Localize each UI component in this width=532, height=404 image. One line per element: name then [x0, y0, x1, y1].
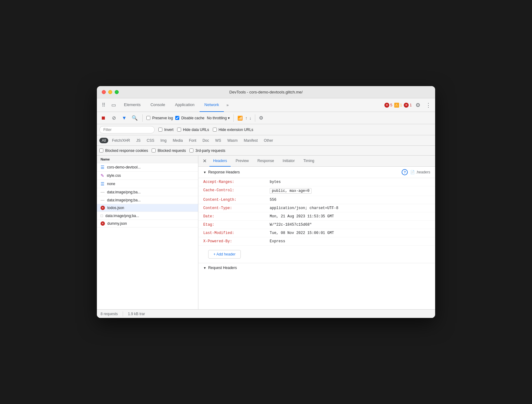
header-row-content-length: Content-Length: 556 — [198, 196, 435, 204]
blocked-requests-checkbox[interactable] — [152, 149, 156, 152]
header-name-last-modified: Last-Modified: — [203, 231, 265, 235]
file-name-3: none — [107, 182, 115, 186]
invert-label[interactable]: Invert — [158, 128, 173, 132]
file-item-4[interactable]: — data:image/png;ba... — [97, 188, 198, 196]
header-value-cache-control: public, max-age=0 — [270, 188, 312, 194]
section-actions: ? 📄 .headers — [402, 169, 430, 175]
settings-icon[interactable]: ⚙ — [414, 101, 422, 109]
blocked-cookies-text: Blocked response cookies — [105, 149, 148, 153]
help-icon[interactable]: ? — [402, 169, 408, 175]
headers-link-text: .headers — [416, 170, 430, 174]
file-item-1[interactable]: ☰ cors-demo-devtool... — [97, 163, 198, 172]
top-toolbar: ⠿ ▭ Elements Console Application Network… — [97, 98, 435, 112]
header-value-content-type: application/json; charset=UTF-8 — [270, 206, 430, 210]
rtab-img[interactable]: Img — [158, 138, 169, 143]
filter-input[interactable] — [99, 126, 155, 133]
rtab-all[interactable]: All — [99, 138, 108, 143]
status-divider — [123, 311, 123, 316]
stop-recording-icon[interactable]: ⏹ — [99, 114, 107, 122]
rtab-doc[interactable]: Doc — [200, 138, 211, 143]
minimize-button[interactable] — [108, 90, 112, 94]
add-header-button[interactable]: + Add header — [208, 250, 241, 259]
add-header-container: + Add header — [198, 246, 435, 263]
rtab-manifest[interactable]: Manifest — [241, 138, 260, 143]
hide-data-urls-checkbox[interactable] — [177, 128, 181, 132]
file-item-6[interactable]: ✕ todos.json — [97, 204, 198, 212]
blocked-requests-text: Blocked requests — [157, 149, 186, 153]
blocked-cookies-label[interactable]: Blocked response cookies — [99, 149, 148, 153]
clear-icon[interactable]: ⊘ — [110, 114, 118, 122]
dtab-initiator[interactable]: Initiator — [279, 156, 298, 167]
tab-elements[interactable]: Elements — [119, 98, 145, 112]
more-options-icon[interactable]: ⋮ — [424, 101, 433, 109]
dtab-preview[interactable]: Preview — [232, 156, 252, 167]
rtab-wasm[interactable]: Wasm — [225, 138, 240, 143]
file-item-5[interactable]: — data:image/png;ba... — [97, 196, 198, 204]
third-party-label[interactable]: 3rd-party requests — [189, 149, 225, 153]
rtab-js[interactable]: JS — [134, 138, 143, 143]
upload-icon[interactable]: ↑ — [245, 116, 247, 121]
info-icon: ✕ — [404, 103, 409, 108]
title-bar: DevTools - cors-demo-devtools.glitch.me/ — [97, 86, 435, 98]
tab-console[interactable]: Console — [145, 98, 170, 112]
tab-application[interactable]: Application — [170, 98, 200, 112]
rtab-ws[interactable]: WS — [213, 138, 224, 143]
divider-3 — [255, 114, 255, 122]
filter-icon[interactable]: ▼ — [120, 114, 128, 122]
rtab-font[interactable]: Font — [186, 138, 199, 143]
header-name-date: Date: — [203, 214, 265, 219]
tab-more[interactable]: » — [224, 103, 231, 107]
wifi-icon[interactable]: 📶 — [237, 116, 243, 121]
error-count: 5 — [390, 103, 392, 107]
cursor-icon[interactable]: ⠿ — [99, 101, 108, 109]
close-detail-button[interactable]: ✕ — [201, 157, 208, 165]
invert-checkbox[interactable] — [158, 128, 162, 132]
file-item-3[interactable]: ☰ none — [97, 180, 198, 188]
close-button[interactable] — [102, 90, 106, 94]
search-icon[interactable]: 🔍 — [131, 114, 139, 122]
preserve-log-checkbox[interactable] — [146, 116, 150, 120]
divider-1 — [142, 114, 143, 122]
file-item-7[interactable]: □ data:image/png;ba... — [97, 212, 198, 220]
file-name-5: data:image/png;ba... — [107, 198, 141, 202]
file-item-8[interactable]: ✕ dummy.json — [97, 220, 198, 228]
dtab-response[interactable]: Response — [254, 156, 278, 167]
blocked-cookies-checkbox[interactable] — [99, 149, 103, 152]
throttle-select[interactable]: No throttling ▾ — [207, 116, 230, 120]
network-settings-icon[interactable]: ⚙ — [259, 115, 263, 121]
rtab-fetch-xhr[interactable]: Fetch/XHR — [109, 138, 133, 143]
file-item-2[interactable]: ✎ style.css — [97, 172, 198, 180]
resource-tabs: All Fetch/XHR JS CSS Img Media Font Doc … — [97, 135, 435, 146]
headers-file-link[interactable]: 📄 .headers — [410, 170, 430, 174]
rtab-css[interactable]: CSS — [144, 138, 157, 143]
hide-data-urls-label[interactable]: Hide data URLs — [177, 128, 209, 132]
warning-count: 1 — [400, 103, 402, 107]
info-count: 1 — [410, 103, 412, 107]
maximize-button[interactable] — [115, 90, 119, 94]
file-icon: 📄 — [410, 170, 415, 174]
disable-cache-checkbox[interactable] — [175, 116, 179, 120]
hide-data-urls-text: Hide data URLs — [183, 128, 209, 132]
dtab-headers[interactable]: Headers — [209, 156, 231, 167]
disable-cache-label[interactable]: Disable cache — [175, 116, 204, 120]
tab-list: Elements Console Application Network » — [119, 98, 383, 112]
header-name-accept-ranges: Accept-Ranges: — [203, 180, 265, 184]
dtab-timing[interactable]: Timing — [300, 156, 318, 167]
device-icon[interactable]: ▭ — [109, 101, 118, 109]
hide-extension-urls-checkbox[interactable] — [213, 128, 217, 132]
hide-extension-urls-text: Hide extension URLs — [219, 128, 253, 132]
hide-extension-urls-label[interactable]: Hide extension URLs — [213, 128, 253, 132]
header-name-content-type: Content-Type: — [203, 206, 265, 210]
download-icon[interactable]: ↓ — [249, 116, 251, 121]
rtab-other[interactable]: Other — [261, 138, 276, 143]
rtab-media[interactable]: Media — [170, 138, 185, 143]
blocked-requests-label[interactable]: Blocked requests — [152, 149, 186, 153]
preserve-log-label[interactable]: Preserve log — [146, 116, 173, 120]
header-value-content-length: 556 — [270, 198, 430, 202]
request-headers-section: ▼ Request Headers — [198, 263, 435, 272]
header-row-cache-control: Cache-Control: public, max-age=0 — [198, 186, 435, 196]
third-party-checkbox[interactable] — [189, 149, 193, 152]
tab-network[interactable]: Network — [200, 98, 224, 112]
transferred-amount: 1.9 kB trar — [128, 312, 145, 316]
file-name-4: data:image/png;ba... — [107, 190, 141, 194]
